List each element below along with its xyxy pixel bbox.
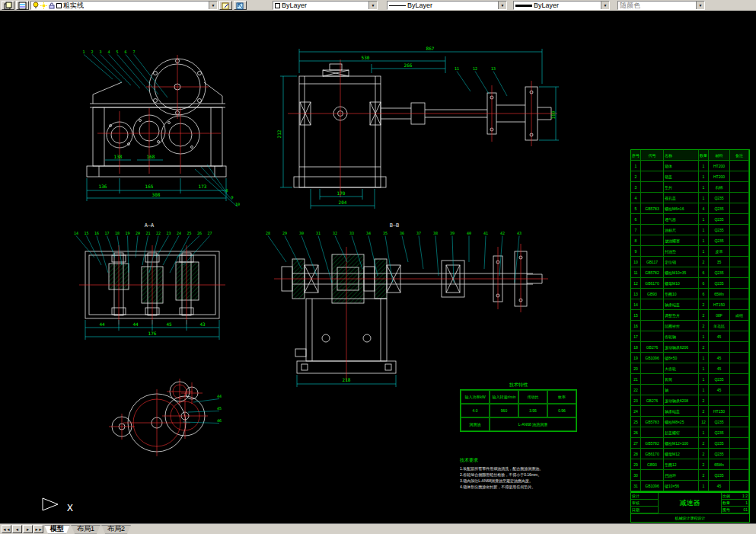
parts-cell: 垫圈12 <box>664 459 699 469</box>
parts-table-row[interactable]: 31GB1096键10×56145 <box>631 481 749 491</box>
parts-table-row[interactable]: 9封油垫1皮革 <box>631 246 749 257</box>
lineweight-combo-arrow[interactable]: ▼ <box>601 2 609 9</box>
parts-table-row[interactable]: 4视孔盖1Q235 <box>631 193 749 203</box>
dim-text[interactable]: 176 <box>148 331 157 336</box>
parts-cell: Q235 <box>709 470 730 480</box>
dim-text[interactable]: 212 <box>276 130 282 138</box>
parts-table-row[interactable]: 5GB5783螺栓M6×164Q235 <box>631 203 749 214</box>
parts-list-table[interactable]: 序号代号名称数量材料备注 1箱体1HT2002箱盖1HT2003垫片1石棉4视孔… <box>630 149 750 523</box>
parts-table-row[interactable]: 26起盖螺钉1Q235 <box>631 427 749 438</box>
parts-table-row[interactable]: 25GB5783螺栓M8×2512Q235 <box>631 417 749 427</box>
dim-text[interactable]: 170 <box>337 190 346 196</box>
dim-text[interactable]: 44 <box>132 321 139 327</box>
parts-table-row[interactable]: 14轴承端盖2HT150 <box>631 299 749 310</box>
parts-table-row[interactable]: 21套筒1Q235 <box>631 374 749 385</box>
tech-table[interactable]: 输入功率kW输入转速r/min传动比效率4.09603.950.96润滑油L-A… <box>460 389 577 432</box>
view-section-bb-centerlines[interactable] <box>274 244 548 381</box>
parts-table-row[interactable]: 2箱盖1HT200 <box>631 171 749 182</box>
parts-cell <box>641 161 664 171</box>
layer-states-button[interactable] <box>16 1 29 10</box>
parts-table-row[interactable]: 23GB276滚动轴承62082 <box>631 395 749 406</box>
parts-table-row[interactable]: 17齿轮轴145 <box>631 331 749 342</box>
parts-table-row[interactable]: 3垫片1石棉 <box>631 182 749 193</box>
linetype-combo[interactable]: ByLayer ▼ <box>387 1 507 10</box>
dim-text[interactable]: 218 <box>343 377 351 382</box>
parts-cell: 螺母M10 <box>664 278 699 288</box>
parts-table-row[interactable]: 11GB5782螺栓M10×356Q235 <box>631 267 749 278</box>
parts-table-row[interactable]: 15调整垫片208F成组 <box>631 310 749 321</box>
parts-table-row[interactable]: 24轴承端盖2HT150 <box>631 406 749 417</box>
layer-combo[interactable]: 粗实线 ▼ <box>30 1 218 10</box>
layer-combo-arrow[interactable]: ▼ <box>209 2 217 9</box>
dim-text[interactable]: 160 <box>550 110 556 119</box>
layer-unlock-icon[interactable] <box>49 2 55 9</box>
tab-nav-prev-button[interactable]: ◄ <box>12 525 22 533</box>
tab-nav-next-button[interactable]: ► <box>23 525 33 533</box>
dim-text[interactable]: 168 <box>147 154 155 159</box>
color-combo[interactable]: ByLayer ▼ <box>273 1 378 10</box>
view-front[interactable] <box>87 59 226 177</box>
parts-cell <box>730 203 749 213</box>
view-section-aa-centerlines[interactable] <box>79 245 225 325</box>
dim-text[interactable]: 204 <box>339 200 347 205</box>
layout-tab-bar: ◄◄ ◄ ► ►► 模型 布局1 布局2 <box>0 523 756 534</box>
layer-on-bulb-icon[interactable] <box>33 2 39 9</box>
dim-text[interactable]: 308 <box>152 192 161 197</box>
linetype-combo-arrow[interactable]: ▼ <box>498 2 506 9</box>
parts-table-row[interactable]: 10GB117定位销235 <box>631 257 749 267</box>
parts-table-row[interactable]: 27GB5782螺栓M12×1002Q235 <box>631 438 749 449</box>
svg-text:15: 15 <box>84 231 88 235</box>
dim-text[interactable]: 136 <box>99 184 107 189</box>
parts-table-row[interactable]: 12GB6170螺母M106Q235 <box>631 278 749 289</box>
lineweight-combo[interactable]: ByLayer ▼ <box>513 1 610 10</box>
svg-text:30: 30 <box>299 231 304 235</box>
layer-previous-button[interactable] <box>234 1 247 10</box>
dim-text[interactable]: 45 <box>166 321 172 327</box>
parts-cell: 1 <box>699 246 709 256</box>
layer-thaw-sun-icon[interactable] <box>40 2 47 9</box>
tab-nav-first-button[interactable]: ◄◄ <box>2 525 11 533</box>
tech-table-label: 技术特性 <box>460 382 577 389</box>
dim-text[interactable]: 138 <box>114 154 123 159</box>
parts-table-row[interactable]: 8放油螺塞1Q235 <box>631 235 749 246</box>
parts-cell: 滚动轴承6206 <box>664 342 699 352</box>
parts-table-row[interactable]: 13GB93垫圈10665Mn <box>631 289 749 299</box>
parts-table-row[interactable]: 22轴145 <box>631 385 749 395</box>
parts-cell: 15 <box>631 310 641 320</box>
parts-table-row[interactable]: 6通气器1Q235 <box>631 214 749 225</box>
parts-table-row[interactable]: 16毡圈密封2羊毛毡 <box>631 321 749 331</box>
parts-table-row[interactable]: 19GB1096键8×50145 <box>631 353 749 363</box>
make-object-layer-current-button[interactable] <box>219 1 232 10</box>
dim-text[interactable]: 43 <box>199 321 206 327</box>
dim-text[interactable]: 173 <box>199 184 207 189</box>
lineweight-sample-icon <box>515 5 532 7</box>
tab-layout2[interactable]: 布局2 <box>101 525 131 534</box>
layers-dialog-button[interactable] <box>2 1 14 10</box>
dim-text[interactable]: 165 <box>145 184 154 189</box>
parts-cell: 序号 <box>631 150 641 160</box>
dim-text[interactable]: 867 <box>426 46 435 51</box>
view-side[interactable] <box>294 64 551 187</box>
view-gear-schematic[interactable] <box>112 382 205 452</box>
parts-table-row[interactable]: 20大齿轮145 <box>631 363 749 374</box>
balloon-leaders[interactable]: 1234567891011121314151617181920212223242… <box>74 50 522 424</box>
parts-table-row[interactable]: 29GB93垫圈12265Mn <box>631 459 749 470</box>
dimension-lines[interactable] <box>85 49 559 387</box>
parts-table-row[interactable]: 7油标尺1Q235 <box>631 225 749 235</box>
parts-table-row[interactable]: 30挡油环2Q235 <box>631 470 749 481</box>
parts-table-row[interactable]: 18GB276滚动轴承62062 <box>631 342 749 353</box>
svg-text:17: 17 <box>104 231 109 235</box>
tab-nav-last-button[interactable]: ►► <box>33 525 43 533</box>
svg-text:16: 16 <box>94 231 99 235</box>
color-combo-arrow[interactable]: ▼ <box>368 2 377 9</box>
parts-cell: Q235 <box>709 278 730 288</box>
tab-model[interactable]: 模型 <box>44 525 70 534</box>
drawing-canvas[interactable]: 867 530 266 212 160 170 204 136 165 173 … <box>0 11 756 523</box>
dim-text[interactable]: 44 <box>99 321 105 327</box>
dim-text[interactable]: 266 <box>404 62 413 68</box>
tab-layout1[interactable]: 布局1 <box>71 525 100 534</box>
dim-text[interactable]: 530 <box>362 55 370 60</box>
parts-table-row[interactable]: 1箱体1HT200 <box>631 161 749 171</box>
view-section-bb[interactable] <box>282 251 542 373</box>
parts-table-row[interactable]: 28GB6170螺母M122Q235 <box>631 449 749 459</box>
